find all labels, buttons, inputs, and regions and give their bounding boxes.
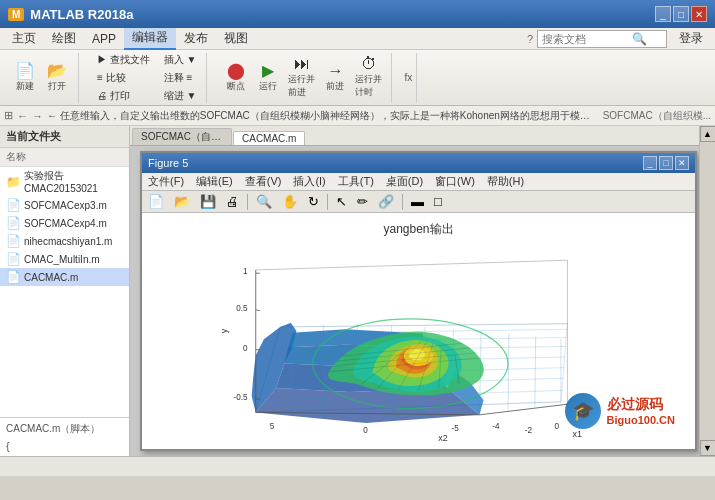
path-bar: ⊞ ← → ← 任意维输入，自定义输出维数的SOFCMAC（自组织模糊小脑神经网… (0, 106, 715, 126)
svg-line-58 (256, 310, 260, 311)
insert-button[interactable]: 插入 ▼ (160, 52, 201, 68)
fig-minimize[interactable]: _ (643, 156, 657, 170)
fig-legend-btn[interactable]: □ (430, 192, 446, 211)
sidebar: 当前文件夹 名称 📁 实验报告CMAC20153021 📄 SOFCMACexp… (0, 126, 130, 456)
sidebar-item-cmac-multi[interactable]: 📄 CMAC_MultiIn.m (0, 250, 129, 268)
scroll-down-btn[interactable]: ▼ (700, 440, 716, 456)
fig-open-btn[interactable]: 📂 (170, 192, 194, 211)
fig-menu-window[interactable]: 窗口(W) (429, 173, 481, 190)
editor-tab-sofcmac[interactable]: SOFCMAC（自组织模... (132, 128, 232, 145)
fig-new-btn[interactable]: 📄 (144, 192, 168, 211)
fig-menu-tools[interactable]: 工具(T) (332, 173, 380, 190)
search-icon: 🔍 (632, 32, 647, 46)
menu-view[interactable]: 视图 (216, 28, 256, 50)
advance-button[interactable]: → 前进 (320, 61, 350, 95)
toolbar-section-new: 📄 新建 📂 打开 (4, 53, 79, 103)
path-forward[interactable]: → (32, 110, 43, 122)
svg-text:x2: x2 (438, 433, 447, 443)
svg-text:-0.5: -0.5 (234, 393, 248, 402)
open-button[interactable]: 📂 打开 (42, 61, 72, 95)
watermark-cn: 必过源码 (607, 396, 675, 414)
sidebar-file-2: SOFCMACexp4.m (24, 218, 107, 229)
sidebar-file-5: CACMAC.m (24, 272, 78, 283)
fig-rotate-btn[interactable]: ↻ (304, 192, 323, 211)
sidebar-footer-code: { (6, 440, 123, 452)
maximize-button[interactable]: □ (673, 6, 689, 22)
sofcmac-link[interactable]: SOFCMAC（自组织模... (603, 109, 711, 123)
file-icon-3: 📄 (6, 234, 21, 248)
sidebar-item-sofcmac4[interactable]: 📄 SOFCMACexp4.m (0, 214, 129, 232)
menu-plot[interactable]: 绘图 (44, 28, 84, 50)
sidebar-title: 当前文件夹 (0, 126, 129, 148)
window-controls[interactable]: _ □ ✕ (655, 6, 707, 22)
app-title: MATLAB R2018a (30, 7, 133, 22)
sidebar-footer-label: CACMAC.m（脚本） (6, 422, 123, 436)
menu-home[interactable]: 主页 (4, 28, 44, 50)
path-text: ← 任意维输入，自定义输出维数的SOFCMAC（自组织模糊小脑神经网络），实际上… (47, 109, 599, 123)
figure-controls[interactable]: _ □ ✕ (643, 156, 689, 170)
sidebar-item-sofcmac3[interactable]: 📄 SOFCMACexp3.m (0, 196, 129, 214)
watermark-url: Biguo100.CN (607, 414, 675, 426)
sidebar-item-cacmac[interactable]: 📄 CACMAC.m (0, 268, 129, 286)
find-button[interactable]: ▶ 查找文件 (93, 52, 154, 68)
svg-line-27 (508, 333, 509, 410)
fig-colorbar-btn[interactable]: ▬ (407, 192, 428, 211)
print-button[interactable]: 🖨 打印 (93, 88, 154, 104)
new-button[interactable]: 📄 新建 (10, 61, 40, 95)
status-bar (0, 456, 715, 476)
editor-tab-cacmac[interactable]: CACMAC.m (233, 131, 305, 145)
right-scrollbar[interactable]: ▲ ▼ (699, 126, 715, 456)
sidebar-item-nihe[interactable]: 📄 nihecmacshiyan1.m (0, 232, 129, 250)
fig-menu-help[interactable]: 帮助(H) (481, 173, 530, 190)
svg-text:y: y (219, 328, 229, 333)
fig-menu-view[interactable]: 查看(V) (239, 173, 288, 190)
run-advance-button[interactable]: ⏭ 运行并前进 (285, 54, 318, 101)
path-back[interactable]: ← (17, 110, 28, 122)
minimize-button[interactable]: _ (655, 6, 671, 22)
annotation-button[interactable]: 注释 ≡ (160, 70, 201, 86)
login-button[interactable]: 登录 (671, 28, 711, 50)
fig-save-btn[interactable]: 💾 (196, 192, 220, 211)
compare-button[interactable]: ≡ 比较 (93, 70, 154, 86)
watermark-text: 必过源码 Biguo100.CN (607, 396, 675, 426)
fig-pan-btn[interactable]: ✋ (278, 192, 302, 211)
file-icon-1: 📄 (6, 198, 21, 212)
scroll-up-btn[interactable]: ▲ (700, 126, 716, 142)
run-timer-button[interactable]: ⏱ 运行并计时 (352, 54, 385, 101)
menu-app[interactable]: APP (84, 28, 124, 50)
run-button[interactable]: ▶ 运行 (253, 61, 283, 95)
fig-print-btn[interactable]: 🖨 (222, 192, 243, 211)
fig-menu-edit[interactable]: 编辑(E) (190, 173, 239, 190)
fig-link-btn[interactable]: 🔗 (374, 192, 398, 211)
breakpoint-button[interactable]: ⬤ 断点 (221, 61, 251, 95)
menu-bar: 主页 绘图 APP 编辑器 发布 视图 ? 🔍 登录 (0, 28, 715, 50)
sidebar-file-1: SOFCMACexp3.m (24, 200, 107, 211)
sidebar-item-folder[interactable]: 📁 实验报告CMAC20153021 (0, 167, 129, 196)
svg-text:0: 0 (363, 426, 368, 435)
figure-toolbar: 📄 📂 💾 🖨 🔍 ✋ ↻ ↖ ✏ 🔗 ▬ □ (142, 191, 695, 213)
svg-text:1: 1 (243, 267, 248, 276)
toolbar-section-edit: ▶ 查找文件 ≡ 比较 🖨 打印 插入 ▼ 注释 ≡ 缩进 ▼ (87, 53, 207, 103)
fig-cursor-btn[interactable]: ↖ (332, 192, 351, 211)
fig-menu-insert[interactable]: 插入(I) (287, 173, 331, 190)
close-button[interactable]: ✕ (691, 6, 707, 22)
watermark: 🎓 必过源码 Biguo100.CN (565, 393, 675, 429)
toolbar-section-run: ⬤ 断点 ▶ 运行 ⏭ 运行并前进 → 前进 ⏱ 运行并计时 (215, 53, 392, 103)
svg-text:0: 0 (243, 344, 248, 353)
figure-title: Figure 5 (148, 157, 188, 169)
svg-line-55 (256, 260, 568, 270)
fig-maximize[interactable]: □ (659, 156, 673, 170)
fig-menu-desktop[interactable]: 桌面(D) (380, 173, 429, 190)
fig-brush-btn[interactable]: ✏ (353, 192, 372, 211)
menu-editor[interactable]: 编辑器 (124, 28, 176, 50)
menu-publish[interactable]: 发布 (176, 28, 216, 50)
search-input[interactable] (542, 33, 632, 45)
fig-zoom-btn[interactable]: 🔍 (252, 192, 276, 211)
fig-menu-file[interactable]: 文件(F) (142, 173, 190, 190)
watermark-icon: 🎓 (565, 393, 601, 429)
editor-tabs: SOFCMAC（自组织模... CACMAC.m (130, 126, 699, 146)
indent-button[interactable]: 缩进 ▼ (160, 88, 201, 104)
fig-close[interactable]: ✕ (675, 156, 689, 170)
svg-text:0.5: 0.5 (236, 304, 248, 313)
toolbar: 📄 新建 📂 打开 ▶ 查找文件 ≡ 比较 🖨 打印 插入 ▼ 注释 ≡ 缩进 … (0, 50, 715, 106)
